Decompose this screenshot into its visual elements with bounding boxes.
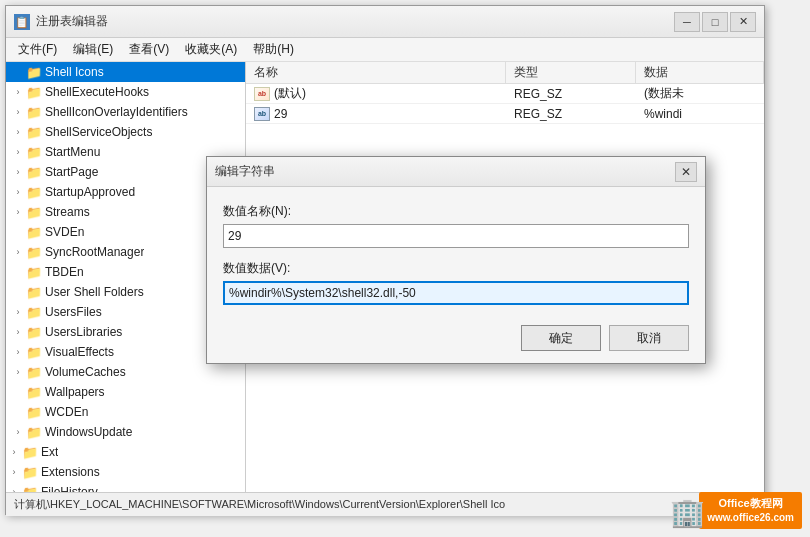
office-icon: 🏢 <box>670 496 705 529</box>
main-window: 📋 注册表编辑器 ─ □ ✕ 文件(F) 编辑(E) 查看(V) 收藏夹(A) … <box>5 5 765 515</box>
dialog-name-input[interactable] <box>223 224 689 248</box>
dialog-ok-button[interactable]: 确定 <box>521 325 601 351</box>
dialog-cancel-button[interactable]: 取消 <box>609 325 689 351</box>
dialog-data-input[interactable] <box>223 281 689 305</box>
dialog-data-label: 数值数据(V): <box>223 260 689 277</box>
watermark: Office教程网 www.office26.com <box>699 492 802 529</box>
dialog-content: 数值名称(N): 数值数据(V): 确定 取消 <box>207 187 705 363</box>
dialog-buttons: 确定 取消 <box>223 321 689 351</box>
edit-string-dialog: 编辑字符串 ✕ 数值名称(N): 数值数据(V): 确定 取消 <box>206 156 706 364</box>
dialog-overlay: 编辑字符串 ✕ 数值名称(N): 数值数据(V): 确定 取消 <box>6 6 764 514</box>
watermark-line1: Office教程网 <box>707 496 794 511</box>
dialog-name-label: 数值名称(N): <box>223 203 689 220</box>
dialog-close-button[interactable]: ✕ <box>675 162 697 182</box>
watermark-line2: www.office26.com <box>707 511 794 525</box>
dialog-title: 编辑字符串 <box>215 163 675 180</box>
dialog-titlebar: 编辑字符串 ✕ <box>207 157 705 187</box>
